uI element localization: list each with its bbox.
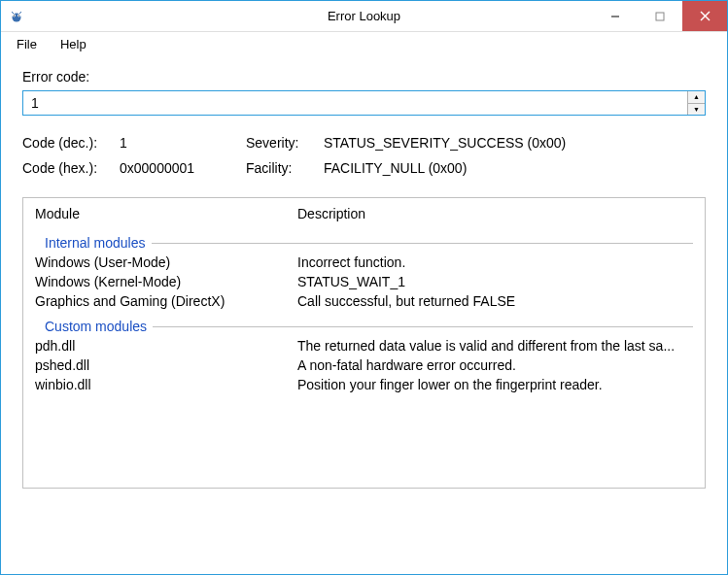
separator-line [152,243,693,244]
col-desc-header[interactable]: Description [297,206,693,221]
group-internal-label: Internal modules [35,235,152,251]
code-hex-label: Code (hex.): [22,160,120,176]
meta-grid: Code (dec.): 1 Severity: STATUS_SEVERITY… [22,135,706,176]
svg-line-6 [19,12,21,14]
menu-file[interactable]: File [7,35,47,53]
menu-help[interactable]: Help [51,35,96,53]
svg-point-4 [18,15,19,16]
result-row[interactable]: pdh.dllThe returned data value is valid … [23,336,705,355]
window-controls [593,1,727,31]
result-description: STATUS_WAIT_1 [297,274,693,289]
result-module: Graphics and Gaming (DirectX) [35,293,297,309]
svg-point-3 [14,15,15,16]
result-row[interactable]: Windows (User-Mode)Incorrect function. [23,253,705,272]
result-module: Windows (User-Mode) [35,254,297,270]
titlebar: Error Lookup [1,1,727,32]
group-internal-header: Internal modules [23,233,705,253]
result-description: The returned data value is valid and dif… [297,338,693,354]
spinner: ▲ ▼ [687,91,705,115]
menubar: File Help [1,32,727,55]
error-code-input[interactable] [23,91,687,115]
close-button[interactable] [682,1,727,31]
result-description: A non-fatal hardware error occurred. [297,357,693,373]
error-code-label: Error code: [22,69,706,85]
result-description: Call successful, but returned FALSE [297,293,693,309]
svg-rect-8 [656,13,664,20]
facility-value: FACILITY_NULL (0x00) [324,160,706,176]
spinner-down[interactable]: ▼ [688,104,705,116]
svg-line-5 [12,12,14,14]
maximize-button[interactable] [638,1,682,31]
code-hex-value: 0x00000001 [120,160,246,176]
result-row[interactable]: Graphics and Gaming (DirectX)Call succes… [23,291,705,311]
spinner-up[interactable]: ▲ [688,91,705,104]
error-code-input-row: ▲ ▼ [22,90,706,116]
separator-line [153,326,693,327]
code-dec-value: 1 [120,135,246,151]
result-module: Windows (Kernel-Mode) [35,274,297,289]
group-custom-header: Custom modules [23,317,705,336]
result-row[interactable]: winbio.dllPosition your finger lower on … [23,375,705,394]
results-header: Module Description [23,198,705,227]
result-module: winbio.dll [35,377,297,392]
minimize-button[interactable] [593,1,638,31]
result-row[interactable]: Windows (Kernel-Mode)STATUS_WAIT_1 [23,272,705,291]
result-description: Incorrect function. [297,254,693,270]
results-panel: Module Description Internal modules Wind… [22,197,706,489]
app-icon [9,9,24,24]
facility-label: Facility: [246,160,324,176]
content-area: Error code: ▲ ▼ Code (dec.): 1 Severity:… [1,55,727,506]
result-description: Position your finger lower on the finger… [297,377,693,392]
code-dec-label: Code (dec.): [22,135,120,151]
group-custom-label: Custom modules [35,319,153,334]
severity-value: STATUS_SEVERITY_SUCCESS (0x00) [324,135,706,151]
col-module-header[interactable]: Module [35,206,297,221]
result-row[interactable]: pshed.dllA non-fatal hardware error occu… [23,355,705,375]
result-module: pdh.dll [35,338,297,354]
severity-label: Severity: [246,135,324,151]
result-module: pshed.dll [35,357,297,373]
